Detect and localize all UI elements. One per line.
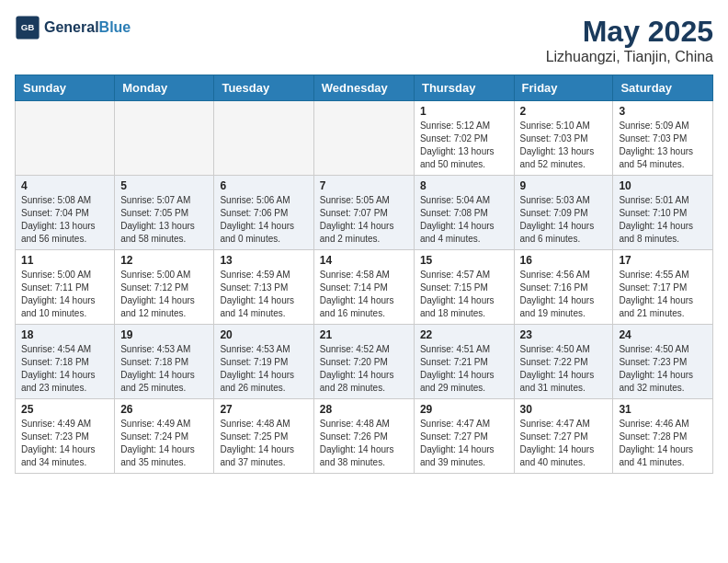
day-info: Sunrise: 4:47 AM Sunset: 7:27 PM Dayligh… — [520, 418, 608, 469]
day-info: Sunrise: 4:48 AM Sunset: 7:25 PM Dayligh… — [220, 418, 307, 469]
calendar-cell — [115, 101, 214, 176]
day-info: Sunrise: 4:52 AM Sunset: 7:20 PM Dayligh… — [320, 343, 408, 395]
day-number: 31 — [619, 403, 707, 416]
logo: GB GeneralBlue — [15, 15, 131, 40]
calendar-cell: 23Sunrise: 4:50 AM Sunset: 7:22 PM Dayli… — [514, 325, 613, 399]
calendar-table: SundayMondayTuesdayWednesdayThursdayFrid… — [15, 75, 713, 474]
day-number: 10 — [619, 179, 707, 192]
day-number: 11 — [21, 254, 108, 267]
title-block: May 2025 Lizhuangzi, Tianjin, China — [546, 15, 713, 65]
day-info: Sunrise: 5:04 AM Sunset: 7:08 PM Dayligh… — [420, 194, 508, 246]
subtitle: Lizhuangzi, Tianjin, China — [546, 49, 713, 65]
day-number: 19 — [120, 328, 208, 341]
weekday-header-monday: Monday — [115, 75, 214, 101]
day-number: 13 — [220, 254, 307, 267]
calendar-cell: 4Sunrise: 5:08 AM Sunset: 7:04 PM Daylig… — [16, 176, 115, 250]
main-title: May 2025 — [546, 15, 713, 49]
calendar-week-row: 4Sunrise: 5:08 AM Sunset: 7:04 PM Daylig… — [16, 176, 713, 250]
calendar-cell — [313, 101, 414, 176]
calendar-cell: 16Sunrise: 4:56 AM Sunset: 7:16 PM Dayli… — [514, 250, 613, 325]
day-number: 29 — [420, 403, 508, 416]
day-number: 24 — [619, 328, 707, 341]
day-number: 5 — [120, 179, 208, 192]
calendar-cell: 5Sunrise: 5:07 AM Sunset: 7:05 PM Daylig… — [115, 176, 214, 250]
day-number: 21 — [320, 328, 408, 341]
day-number: 9 — [520, 179, 608, 192]
day-info: Sunrise: 4:56 AM Sunset: 7:16 PM Dayligh… — [520, 269, 608, 320]
day-number: 23 — [520, 328, 608, 341]
day-number: 12 — [120, 254, 208, 267]
weekday-header-saturday: Saturday — [613, 75, 713, 101]
day-info: Sunrise: 4:53 AM Sunset: 7:19 PM Dayligh… — [220, 343, 307, 395]
calendar-cell: 24Sunrise: 4:50 AM Sunset: 7:23 PM Dayli… — [613, 325, 713, 399]
weekday-header-wednesday: Wednesday — [313, 75, 414, 101]
day-number: 4 — [21, 179, 108, 192]
day-number: 22 — [420, 328, 508, 341]
calendar-cell: 26Sunrise: 4:49 AM Sunset: 7:24 PM Dayli… — [115, 399, 214, 474]
day-info: Sunrise: 4:49 AM Sunset: 7:23 PM Dayligh… — [21, 418, 108, 469]
calendar-cell — [16, 101, 115, 176]
calendar-week-row: 1Sunrise: 5:12 AM Sunset: 7:02 PM Daylig… — [16, 101, 713, 176]
day-number: 16 — [520, 254, 608, 267]
day-number: 25 — [21, 403, 108, 416]
day-info: Sunrise: 5:09 AM Sunset: 7:03 PM Dayligh… — [619, 120, 707, 171]
logo-general: General — [44, 19, 99, 35]
day-info: Sunrise: 4:50 AM Sunset: 7:23 PM Dayligh… — [619, 343, 707, 395]
day-info: Sunrise: 5:08 AM Sunset: 7:04 PM Dayligh… — [21, 194, 108, 246]
calendar-week-row: 18Sunrise: 4:54 AM Sunset: 7:18 PM Dayli… — [16, 325, 713, 399]
day-info: Sunrise: 5:06 AM Sunset: 7:06 PM Dayligh… — [220, 194, 307, 246]
weekday-header-thursday: Thursday — [414, 75, 514, 101]
calendar-cell: 15Sunrise: 4:57 AM Sunset: 7:15 PM Dayli… — [414, 250, 514, 325]
svg-text:GB: GB — [21, 22, 35, 32]
logo-icon: GB — [15, 15, 40, 40]
day-number: 20 — [220, 328, 307, 341]
calendar-cell: 25Sunrise: 4:49 AM Sunset: 7:23 PM Dayli… — [16, 399, 115, 474]
day-info: Sunrise: 4:55 AM Sunset: 7:17 PM Dayligh… — [619, 269, 707, 320]
calendar-cell: 28Sunrise: 4:48 AM Sunset: 7:26 PM Dayli… — [313, 399, 414, 474]
calendar-cell: 12Sunrise: 5:00 AM Sunset: 7:12 PM Dayli… — [115, 250, 214, 325]
day-number: 8 — [420, 179, 508, 192]
calendar-cell: 2Sunrise: 5:10 AM Sunset: 7:03 PM Daylig… — [514, 101, 613, 176]
day-info: Sunrise: 4:58 AM Sunset: 7:14 PM Dayligh… — [320, 269, 408, 320]
calendar-week-row: 11Sunrise: 5:00 AM Sunset: 7:11 PM Dayli… — [16, 250, 713, 325]
weekday-header-row: SundayMondayTuesdayWednesdayThursdayFrid… — [16, 75, 713, 101]
day-info: Sunrise: 5:12 AM Sunset: 7:02 PM Dayligh… — [420, 120, 508, 171]
calendar-cell: 1Sunrise: 5:12 AM Sunset: 7:02 PM Daylig… — [414, 101, 514, 176]
day-info: Sunrise: 5:10 AM Sunset: 7:03 PM Dayligh… — [520, 120, 608, 171]
day-number: 26 — [120, 403, 208, 416]
calendar-cell: 11Sunrise: 5:00 AM Sunset: 7:11 PM Dayli… — [16, 250, 115, 325]
weekday-header-sunday: Sunday — [16, 75, 115, 101]
day-info: Sunrise: 5:00 AM Sunset: 7:12 PM Dayligh… — [120, 269, 208, 320]
day-number: 2 — [520, 105, 608, 118]
day-info: Sunrise: 4:53 AM Sunset: 7:18 PM Dayligh… — [120, 343, 208, 395]
calendar-cell: 29Sunrise: 4:47 AM Sunset: 7:27 PM Dayli… — [414, 399, 514, 474]
day-number: 3 — [619, 105, 707, 118]
day-number: 18 — [21, 328, 108, 341]
calendar-cell: 7Sunrise: 5:05 AM Sunset: 7:07 PM Daylig… — [313, 176, 414, 250]
day-info: Sunrise: 4:46 AM Sunset: 7:28 PM Dayligh… — [619, 418, 707, 469]
calendar-cell: 27Sunrise: 4:48 AM Sunset: 7:25 PM Dayli… — [214, 399, 313, 474]
day-info: Sunrise: 5:05 AM Sunset: 7:07 PM Dayligh… — [320, 194, 408, 246]
day-info: Sunrise: 4:48 AM Sunset: 7:26 PM Dayligh… — [320, 418, 408, 469]
weekday-header-tuesday: Tuesday — [214, 75, 313, 101]
day-number: 17 — [619, 254, 707, 267]
day-info: Sunrise: 4:50 AM Sunset: 7:22 PM Dayligh… — [520, 343, 608, 395]
day-info: Sunrise: 5:03 AM Sunset: 7:09 PM Dayligh… — [520, 194, 608, 246]
calendar-cell: 31Sunrise: 4:46 AM Sunset: 7:28 PM Dayli… — [613, 399, 713, 474]
calendar-cell: 20Sunrise: 4:53 AM Sunset: 7:19 PM Dayli… — [214, 325, 313, 399]
weekday-header-friday: Friday — [514, 75, 613, 101]
day-info: Sunrise: 4:54 AM Sunset: 7:18 PM Dayligh… — [21, 343, 108, 395]
calendar-cell: 19Sunrise: 4:53 AM Sunset: 7:18 PM Dayli… — [115, 325, 214, 399]
day-info: Sunrise: 5:01 AM Sunset: 7:10 PM Dayligh… — [619, 194, 707, 246]
day-info: Sunrise: 4:47 AM Sunset: 7:27 PM Dayligh… — [420, 418, 508, 469]
day-number: 30 — [520, 403, 608, 416]
day-info: Sunrise: 5:07 AM Sunset: 7:05 PM Dayligh… — [120, 194, 208, 246]
calendar-cell — [214, 101, 313, 176]
calendar-cell: 14Sunrise: 4:58 AM Sunset: 7:14 PM Dayli… — [313, 250, 414, 325]
calendar-cell: 3Sunrise: 5:09 AM Sunset: 7:03 PM Daylig… — [613, 101, 713, 176]
calendar-cell: 6Sunrise: 5:06 AM Sunset: 7:06 PM Daylig… — [214, 176, 313, 250]
calendar-cell: 10Sunrise: 5:01 AM Sunset: 7:10 PM Dayli… — [613, 176, 713, 250]
calendar-cell: 9Sunrise: 5:03 AM Sunset: 7:09 PM Daylig… — [514, 176, 613, 250]
calendar-cell: 30Sunrise: 4:47 AM Sunset: 7:27 PM Dayli… — [514, 399, 613, 474]
day-info: Sunrise: 5:00 AM Sunset: 7:11 PM Dayligh… — [21, 269, 108, 320]
